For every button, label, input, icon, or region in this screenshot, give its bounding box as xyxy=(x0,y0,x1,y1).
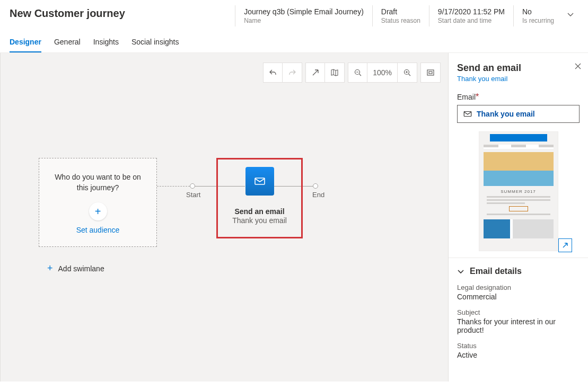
connector-dashed xyxy=(157,186,190,187)
tab-bar: Designer General Insights Social insight… xyxy=(0,27,588,53)
properties-panel: Send an email Thank you email Email* Tha… xyxy=(448,53,588,382)
minimap-button[interactable] xyxy=(325,63,344,82)
fit-view-button[interactable] xyxy=(306,63,325,82)
redo-button[interactable] xyxy=(283,63,302,82)
tab-designer[interactable]: Designer xyxy=(10,38,41,52)
audience-placeholder-card[interactable]: Who do you want to be on this journey? +… xyxy=(39,158,157,247)
expand-icon xyxy=(561,242,569,249)
email-preview-thumbnail[interactable]: SUMMER 2017 xyxy=(479,131,558,251)
mail-icon xyxy=(253,175,266,188)
email-tile-subtitle: Thank you email xyxy=(218,216,301,225)
zoom-in-icon xyxy=(403,68,411,77)
email-tile-title: Send an email xyxy=(218,207,301,216)
preview-expand-button[interactable] xyxy=(558,238,572,252)
meta-start-datetime: 9/17/2020 11:52 PM Start date and time xyxy=(429,5,513,26)
fullscreen-button[interactable] xyxy=(421,63,440,82)
audience-prompt: Who do you want to be on this journey? xyxy=(50,172,146,193)
undo-icon xyxy=(269,68,277,77)
zoom-in-button[interactable] xyxy=(398,63,417,82)
panel-close-button[interactable] xyxy=(574,63,582,70)
fullscreen-icon xyxy=(426,68,435,77)
plus-icon: + xyxy=(95,206,101,218)
mail-icon xyxy=(463,109,472,119)
meta-status-reason: Draft Status reason xyxy=(372,5,429,26)
designer-canvas[interactable]: 100% Who do you want to be on this journ… xyxy=(0,53,448,382)
detail-subject: Subject Thanks for your interest in our … xyxy=(457,308,580,334)
zoom-out-button[interactable] xyxy=(348,63,367,82)
meta-is-recurring: No Is recurring xyxy=(513,5,563,26)
start-node[interactable] xyxy=(190,183,195,189)
map-icon xyxy=(330,68,339,77)
header-expand-toggle[interactable] xyxy=(563,5,578,23)
meta-name: Journey q3b (Simple Email Journey) Name xyxy=(235,5,372,26)
add-swimlane-button[interactable]: + Add swimlane xyxy=(47,263,104,274)
zoom-out-icon xyxy=(354,68,362,77)
email-details-toggle[interactable]: Email details xyxy=(457,267,580,276)
redo-icon xyxy=(288,68,296,77)
undo-button[interactable] xyxy=(264,63,283,82)
chevron-down-icon xyxy=(567,11,574,18)
tab-social-insights[interactable]: Social insights xyxy=(131,38,179,52)
svg-rect-2 xyxy=(427,70,434,75)
email-lookup-field[interactable]: Thank you email xyxy=(457,105,580,123)
svg-rect-4 xyxy=(255,178,265,184)
start-label: Start xyxy=(186,191,200,199)
email-field-label: Email* xyxy=(457,92,580,102)
add-swimlane-label: Add swimlane xyxy=(58,264,104,273)
panel-title: Send an email xyxy=(457,63,580,74)
fit-arrow-icon xyxy=(311,68,320,77)
svg-rect-5 xyxy=(464,112,471,117)
email-details-section: Email details Legal designation Commerci… xyxy=(449,258,588,368)
end-node[interactable] xyxy=(313,183,318,189)
page-title: New Customer journey xyxy=(10,5,125,20)
end-label: End xyxy=(312,191,324,199)
svg-rect-3 xyxy=(429,72,432,74)
page-header: New Customer journey Journey q3b (Simple… xyxy=(0,0,588,27)
add-audience-button[interactable]: + xyxy=(89,202,107,220)
email-tile-icon-box xyxy=(245,167,274,196)
detail-legal-designation: Legal designation Commercial xyxy=(457,283,580,301)
panel-subtitle-link[interactable]: Thank you email xyxy=(457,75,580,83)
set-audience-link[interactable]: Set audience xyxy=(50,226,146,234)
plus-icon: + xyxy=(47,263,53,274)
tab-insights[interactable]: Insights xyxy=(93,38,119,52)
chevron-down-icon xyxy=(457,268,464,275)
header-meta: Journey q3b (Simple Email Journey) Name … xyxy=(235,5,563,26)
zoom-level[interactable]: 100% xyxy=(367,63,398,82)
detail-status: Status Active xyxy=(457,342,580,359)
tab-general[interactable]: General xyxy=(54,38,81,52)
email-lookup-value: Thank you email xyxy=(477,110,535,118)
close-icon xyxy=(574,63,582,70)
required-indicator: * xyxy=(476,92,479,101)
email-tile-selected[interactable]: Send an email Thank you email xyxy=(216,158,303,238)
preview-heading: SUMMER 2017 xyxy=(479,189,558,194)
canvas-toolbar: 100% xyxy=(263,63,441,83)
